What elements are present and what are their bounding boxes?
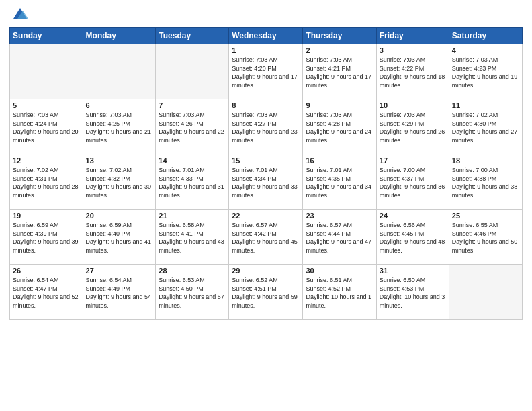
day-cell: 30Sunrise: 6:51 AM Sunset: 4:52 PM Dayli…	[303, 265, 376, 320]
day-number: 15	[232, 156, 300, 165]
day-number: 5	[13, 101, 80, 109]
weekday-header-sunday: Sunday	[10, 28, 83, 44]
day-number: 7	[159, 101, 226, 109]
day-cell: 10Sunrise: 7:03 AM Sunset: 4:29 PM Dayli…	[376, 99, 449, 154]
day-cell: 7Sunrise: 7:03 AM Sunset: 4:26 PM Daylig…	[156, 99, 229, 154]
week-row-2: 5Sunrise: 7:03 AM Sunset: 4:24 PM Daylig…	[10, 99, 523, 154]
day-cell: 16Sunrise: 7:01 AM Sunset: 4:35 PM Dayli…	[303, 154, 376, 210]
day-cell: 31Sunrise: 6:50 AM Sunset: 4:53 PM Dayli…	[376, 265, 449, 320]
weekday-header-saturday: Saturday	[449, 28, 522, 44]
day-info: Sunrise: 6:56 AM Sunset: 4:45 PM Dayligh…	[380, 221, 446, 255]
day-info: Sunrise: 6:53 AM Sunset: 4:50 PM Dayligh…	[159, 276, 226, 310]
day-info: Sunrise: 7:03 AM Sunset: 4:21 PM Dayligh…	[306, 56, 373, 89]
day-info: Sunrise: 6:59 AM Sunset: 4:40 PM Dayligh…	[86, 221, 153, 255]
day-cell: 23Sunrise: 6:57 AM Sunset: 4:44 PM Dayli…	[303, 210, 376, 265]
weekday-header-tuesday: Tuesday	[156, 28, 229, 44]
day-number: 1	[232, 46, 300, 54]
day-cell: 29Sunrise: 6:52 AM Sunset: 4:51 PM Dayli…	[229, 265, 303, 320]
day-number: 30	[306, 267, 373, 275]
weekday-header-monday: Monday	[83, 28, 156, 44]
day-number: 31	[380, 267, 446, 275]
day-cell: 5Sunrise: 7:03 AM Sunset: 4:24 PM Daylig…	[10, 99, 83, 154]
day-cell: 18Sunrise: 7:00 AM Sunset: 4:38 PM Dayli…	[449, 154, 522, 210]
day-cell: 11Sunrise: 7:02 AM Sunset: 4:30 PM Dayli…	[449, 99, 522, 154]
day-cell: 14Sunrise: 7:01 AM Sunset: 4:33 PM Dayli…	[156, 154, 229, 210]
day-number: 3	[380, 46, 446, 54]
calendar-table: SundayMondayTuesdayWednesdayThursdayFrid…	[9, 27, 523, 320]
day-info: Sunrise: 6:58 AM Sunset: 4:41 PM Dayligh…	[159, 221, 226, 255]
day-info: Sunrise: 7:00 AM Sunset: 4:37 PM Dayligh…	[380, 166, 446, 199]
day-cell: 20Sunrise: 6:59 AM Sunset: 4:40 PM Dayli…	[83, 210, 156, 265]
day-cell	[83, 44, 156, 99]
day-number: 4	[452, 46, 519, 54]
day-info: Sunrise: 7:03 AM Sunset: 4:28 PM Dayligh…	[306, 111, 373, 144]
day-number: 24	[380, 212, 446, 220]
day-cell: 17Sunrise: 7:00 AM Sunset: 4:37 PM Dayli…	[376, 154, 449, 210]
day-cell: 15Sunrise: 7:01 AM Sunset: 4:34 PM Dayli…	[229, 154, 303, 210]
day-number: 19	[13, 212, 80, 220]
day-number: 13	[86, 156, 153, 165]
day-info: Sunrise: 7:03 AM Sunset: 4:25 PM Dayligh…	[86, 111, 153, 144]
day-number: 22	[232, 212, 300, 220]
day-info: Sunrise: 7:03 AM Sunset: 4:23 PM Dayligh…	[452, 56, 519, 89]
day-number: 27	[86, 267, 153, 275]
day-cell: 8Sunrise: 7:03 AM Sunset: 4:27 PM Daylig…	[229, 99, 303, 154]
day-number: 10	[380, 101, 446, 109]
day-cell: 22Sunrise: 6:57 AM Sunset: 4:42 PM Dayli…	[229, 210, 303, 265]
day-number: 11	[452, 101, 519, 109]
day-info: Sunrise: 7:01 AM Sunset: 4:34 PM Dayligh…	[232, 166, 300, 199]
day-cell: 27Sunrise: 6:54 AM Sunset: 4:49 PM Dayli…	[83, 265, 156, 320]
day-number: 29	[232, 267, 300, 275]
day-cell: 21Sunrise: 6:58 AM Sunset: 4:41 PM Dayli…	[156, 210, 229, 265]
day-info: Sunrise: 7:03 AM Sunset: 4:27 PM Dayligh…	[232, 111, 300, 144]
day-info: Sunrise: 6:54 AM Sunset: 4:47 PM Dayligh…	[13, 276, 80, 310]
day-cell: 12Sunrise: 7:02 AM Sunset: 4:31 PM Dayli…	[10, 154, 83, 210]
day-number: 14	[159, 156, 226, 165]
day-cell: 28Sunrise: 6:53 AM Sunset: 4:50 PM Dayli…	[156, 265, 229, 320]
day-cell: 2Sunrise: 7:03 AM Sunset: 4:21 PM Daylig…	[303, 44, 376, 99]
day-number: 21	[159, 212, 226, 220]
day-info: Sunrise: 6:51 AM Sunset: 4:52 PM Dayligh…	[306, 276, 373, 310]
day-cell: 3Sunrise: 7:03 AM Sunset: 4:22 PM Daylig…	[376, 44, 449, 99]
day-number: 20	[86, 212, 153, 220]
day-info: Sunrise: 7:02 AM Sunset: 4:31 PM Dayligh…	[13, 166, 80, 199]
day-number: 12	[13, 156, 80, 165]
weekday-header-wednesday: Wednesday	[229, 28, 303, 44]
day-number: 18	[452, 156, 519, 165]
day-number: 8	[232, 101, 300, 109]
day-number: 6	[86, 101, 153, 109]
day-info: Sunrise: 7:03 AM Sunset: 4:29 PM Dayligh…	[380, 111, 446, 144]
day-cell	[156, 44, 229, 99]
day-info: Sunrise: 6:59 AM Sunset: 4:39 PM Dayligh…	[13, 221, 80, 255]
day-number: 26	[13, 267, 80, 275]
day-cell: 25Sunrise: 6:55 AM Sunset: 4:46 PM Dayli…	[449, 210, 522, 265]
day-info: Sunrise: 7:01 AM Sunset: 4:35 PM Dayligh…	[306, 166, 373, 199]
day-info: Sunrise: 6:50 AM Sunset: 4:53 PM Dayligh…	[380, 276, 446, 310]
day-cell: 24Sunrise: 6:56 AM Sunset: 4:45 PM Dayli…	[376, 210, 449, 265]
day-info: Sunrise: 7:03 AM Sunset: 4:22 PM Dayligh…	[380, 56, 446, 89]
day-cell	[10, 44, 83, 99]
day-number: 25	[452, 212, 519, 220]
day-info: Sunrise: 6:54 AM Sunset: 4:49 PM Dayligh…	[86, 276, 153, 310]
day-cell: 4Sunrise: 7:03 AM Sunset: 4:23 PM Daylig…	[449, 44, 522, 99]
day-cell	[449, 265, 522, 320]
day-info: Sunrise: 7:02 AM Sunset: 4:30 PM Dayligh…	[452, 111, 519, 144]
day-info: Sunrise: 7:03 AM Sunset: 4:26 PM Dayligh…	[159, 111, 226, 144]
weekday-header-friday: Friday	[376, 28, 449, 44]
day-cell: 6Sunrise: 7:03 AM Sunset: 4:25 PM Daylig…	[83, 99, 156, 154]
week-row-4: 19Sunrise: 6:59 AM Sunset: 4:39 PM Dayli…	[10, 210, 523, 265]
day-info: Sunrise: 6:57 AM Sunset: 4:44 PM Dayligh…	[306, 221, 373, 255]
day-info: Sunrise: 7:03 AM Sunset: 4:24 PM Dayligh…	[13, 111, 80, 144]
weekday-header-row: SundayMondayTuesdayWednesdayThursdayFrid…	[10, 28, 523, 44]
day-info: Sunrise: 7:01 AM Sunset: 4:33 PM Dayligh…	[159, 166, 226, 199]
week-row-3: 12Sunrise: 7:02 AM Sunset: 4:31 PM Dayli…	[10, 154, 523, 210]
header	[9, 7, 523, 23]
day-cell: 19Sunrise: 6:59 AM Sunset: 4:39 PM Dayli…	[10, 210, 83, 265]
day-cell: 26Sunrise: 6:54 AM Sunset: 4:47 PM Dayli…	[10, 265, 83, 320]
day-cell: 13Sunrise: 7:02 AM Sunset: 4:32 PM Dayli…	[83, 154, 156, 210]
day-number: 17	[380, 156, 446, 165]
day-info: Sunrise: 6:57 AM Sunset: 4:42 PM Dayligh…	[232, 221, 300, 255]
day-number: 9	[306, 101, 373, 109]
weekday-header-thursday: Thursday	[303, 28, 376, 44]
week-row-1: 1Sunrise: 7:03 AM Sunset: 4:20 PM Daylig…	[10, 44, 523, 99]
